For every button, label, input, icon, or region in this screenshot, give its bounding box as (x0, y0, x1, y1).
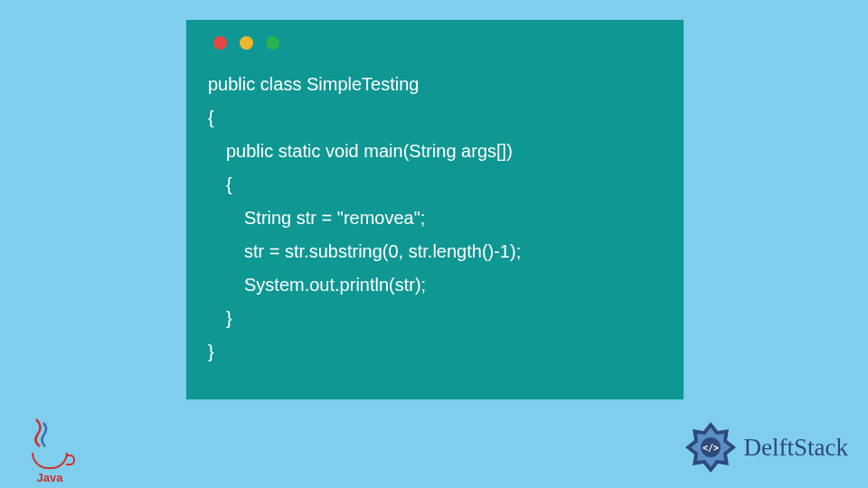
java-logo: Java (27, 418, 72, 481)
java-logo-text: Java (27, 471, 72, 484)
java-steam-icon (27, 418, 54, 449)
window-controls (213, 36, 662, 50)
maximize-dot-icon[interactable] (266, 36, 279, 50)
svg-text:</>: </> (703, 443, 719, 453)
delftstack-emblem-icon: </> (683, 419, 739, 475)
delftstack-logo: </> DelftStack (683, 419, 848, 475)
minimize-dot-icon[interactable] (240, 36, 253, 50)
code-content: public class SimpleTesting { public stat… (208, 68, 662, 369)
close-dot-icon[interactable] (213, 36, 227, 50)
code-window: public class SimpleTesting { public stat… (186, 20, 684, 399)
delftstack-text: DelftStack (744, 434, 848, 462)
java-cup-icon (32, 453, 68, 469)
